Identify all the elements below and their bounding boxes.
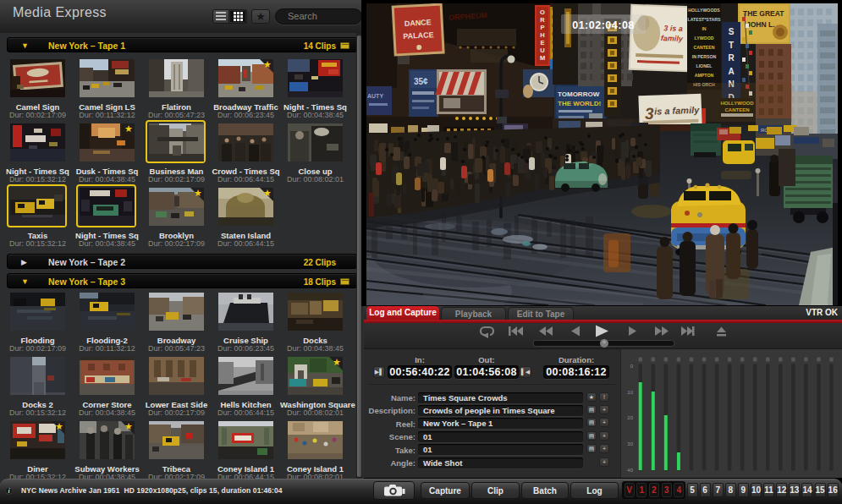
svg-text:10: 10 xyxy=(627,390,633,395)
svg-text:E: E xyxy=(540,39,544,47)
svg-text:TOMORROW: TOMORROW xyxy=(558,90,600,98)
svg-text:family: family xyxy=(661,34,684,43)
svg-text:O: O xyxy=(540,8,545,16)
svg-text:THE GREAT: THE GREAT xyxy=(743,9,784,18)
svg-text:is a family: is a family xyxy=(654,105,700,117)
svg-text:AUTY: AUTY xyxy=(367,93,383,99)
svg-text:M: M xyxy=(540,54,545,62)
svg-text:LIONEL: LIONEL xyxy=(696,63,713,68)
svg-text:LATEST*STARS: LATEST*STARS xyxy=(687,17,721,22)
svg-text:H: H xyxy=(540,31,544,39)
svg-text:★: ★ xyxy=(124,421,133,431)
svg-text:PALACE: PALACE xyxy=(403,30,434,41)
svg-text:R: R xyxy=(728,53,735,63)
svg-text:JOHN L.: JOHN L. xyxy=(746,20,775,29)
svg-text:T: T xyxy=(729,41,734,50)
svg-text:A: A xyxy=(728,67,734,76)
svg-text:THE WORLD!: THE WORLD! xyxy=(558,100,601,107)
svg-text:40: 40 xyxy=(627,468,633,473)
svg-text:HOLLYWOODS: HOLLYWOODS xyxy=(688,8,720,13)
svg-text:IN: IN xyxy=(702,26,706,31)
svg-text:★: ★ xyxy=(194,188,202,198)
svg-text:3: 3 xyxy=(645,105,655,123)
svg-text:01:02:04:08: 01:02:04:08 xyxy=(572,19,635,31)
svg-text:★: ★ xyxy=(55,421,63,431)
svg-text:0: 0 xyxy=(630,364,634,369)
svg-text:★: ★ xyxy=(263,188,272,198)
svg-text:20: 20 xyxy=(627,415,633,420)
svg-text:IN PERSON: IN PERSON xyxy=(692,54,717,59)
svg-text:U: U xyxy=(540,47,544,54)
svg-text:DANCE: DANCE xyxy=(404,18,431,28)
svg-text:P: P xyxy=(540,24,544,31)
svg-text:★: ★ xyxy=(124,123,133,134)
svg-text:CANTEEN: CANTEEN xyxy=(693,45,714,50)
svg-text:R: R xyxy=(540,16,545,24)
svg-text:35¢: 35¢ xyxy=(414,77,428,86)
svg-text:★: ★ xyxy=(333,357,341,367)
svg-text:S: S xyxy=(729,27,735,36)
svg-text:30: 30 xyxy=(627,441,633,446)
svg-text:3 is a: 3 is a xyxy=(663,24,683,33)
svg-text:★: ★ xyxy=(263,59,272,69)
svg-text:LYWOOD: LYWOOD xyxy=(695,36,714,41)
svg-text:AMPTON: AMPTON xyxy=(695,73,714,78)
